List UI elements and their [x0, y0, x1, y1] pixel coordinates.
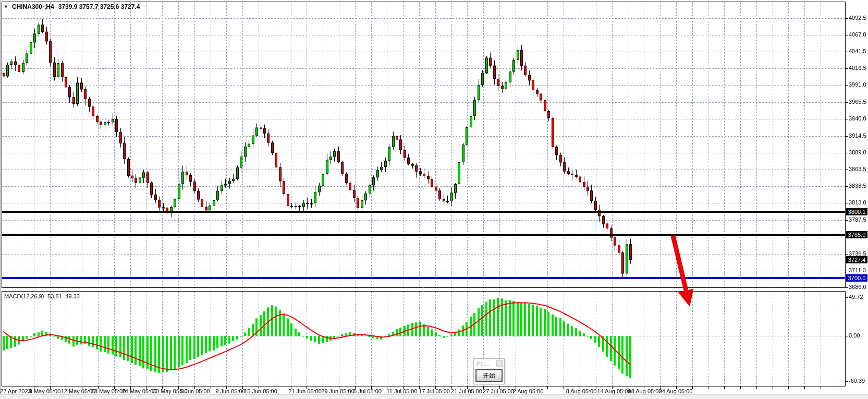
price-axis-label: 3940.0: [849, 115, 866, 122]
price-axis-label: 4092.5: [849, 15, 866, 21]
level-price-badge: 3727.4: [846, 256, 867, 263]
macd-axis-label: 0.00: [849, 332, 860, 339]
mt4-chart-window: { "header": { "dropdown_icon": "▼", "sym…: [0, 0, 868, 399]
price-axis-label: 3991.0: [849, 81, 866, 88]
time-axis-label: 24 Aug 05:00: [654, 388, 698, 394]
symbol-period-label: CHINA300-,H4: [12, 3, 54, 10]
macd-axis-label: -60.39: [849, 378, 865, 384]
price-axis-label: 3914.5: [849, 132, 866, 139]
popup-close-icon[interactable]: x: [496, 360, 503, 367]
time-axis-label: 15 Jun 05:00: [239, 388, 283, 394]
window-bottom-edge: [0, 394, 868, 399]
chart-title-bar: ▼ CHINA300-,H4 3739.9 3757.7 3725.6 3727…: [4, 3, 140, 10]
price-axis-label: 3965.5: [849, 99, 866, 105]
chart-canvas[interactable]: [0, 0, 868, 399]
chart-dropdown-icon[interactable]: ▼: [4, 4, 8, 9]
script-popup-window: Poi... x 开始: [473, 358, 505, 384]
price-axis-label: 3711.0: [849, 267, 866, 274]
price-axis-label: 3813.0: [849, 199, 866, 206]
price-axis-label: 3838.5: [849, 183, 866, 189]
price-axis-label: 4067.0: [849, 31, 866, 38]
price-axis-label: 3686.0: [849, 284, 866, 291]
price-axis-label: 4016.5: [849, 65, 866, 71]
price-axis-label: 3787.5: [849, 216, 866, 223]
level-price-badge: 3700.0: [846, 274, 867, 282]
start-button[interactable]: 开始: [475, 369, 503, 382]
popup-title: Poi...: [476, 360, 490, 367]
price-axis-label: 4041.5: [849, 48, 866, 55]
macd-axis-label: 49.72: [849, 294, 863, 300]
macd-indicator-label: MACD(12,26,9) -53.51 -49.33: [4, 293, 80, 299]
popup-title-bar[interactable]: Poi... x: [474, 359, 504, 369]
price-axis-label: 3863.5: [849, 166, 866, 173]
ohlc-values-label: 3739.9 3757.7 3725.6 3727.4: [58, 3, 140, 10]
level-price-badge: 3765.0: [846, 231, 867, 238]
price-axis-label: 3889.0: [849, 149, 866, 156]
level-price-badge: 3800.1: [846, 208, 867, 215]
time-axis-label: 2 Aug 05:00: [506, 388, 550, 394]
